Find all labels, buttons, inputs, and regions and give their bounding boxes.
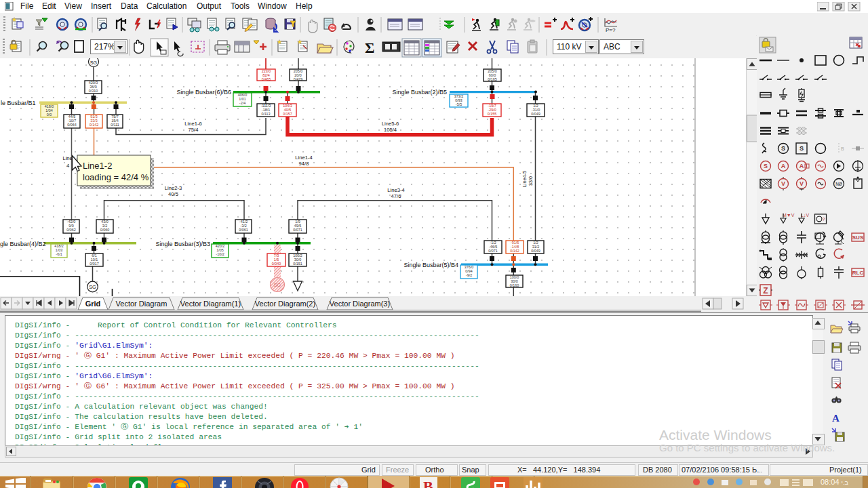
- svg-text:-9/2: -9/2: [466, 273, 472, 277]
- svg-text:33/0: 33/0: [528, 176, 534, 186]
- svg-text:0/060: 0/060: [100, 228, 110, 232]
- svg-text:Line2-3: Line2-3: [165, 185, 182, 191]
- svg-text:Vector Diagram(3): Vector Diagram(3): [330, 300, 390, 308]
- svg-text:le Busbar/B1: le Busbar/B1: [1, 100, 36, 106]
- svg-text:0/071: 0/071: [488, 249, 498, 253]
- svg-text:0/111: 0/111: [111, 123, 119, 127]
- svg-text:SUS: SUS: [852, 235, 864, 241]
- svg-text:B: B: [841, 146, 844, 151]
- svg-text:Σ: Σ: [365, 39, 374, 56]
- svg-text:Line1-4: Line1-4: [295, 155, 312, 161]
- svg-text:L↓V: L↓V: [801, 213, 809, 218]
- svg-text:-2/4: -2/4: [239, 101, 245, 105]
- svg-text:0/064: 0/064: [67, 123, 77, 127]
- svg-text:Line1-6: Line1-6: [184, 121, 201, 127]
- svg-text:S: S: [800, 145, 804, 152]
- svg-text:47/6: 47/6: [391, 193, 401, 199]
- svg-text:-6/1: -6/1: [56, 252, 62, 256]
- svg-text:0/0: 0/0: [47, 113, 52, 117]
- svg-text:Line1-2: Line1-2: [83, 161, 112, 171]
- svg-text:Line5-6: Line5-6: [382, 121, 399, 127]
- svg-text:-10/2: -10/2: [216, 252, 224, 256]
- svg-text:RLC: RLC: [852, 270, 864, 276]
- svg-text:0/049: 0/049: [531, 249, 540, 253]
- svg-text:Single Busbar(5)/B4: Single Busbar(5)/B4: [403, 262, 458, 268]
- svg-text:0/165: 0/165: [488, 77, 497, 81]
- svg-text:0/310: 0/310: [89, 89, 98, 93]
- svg-text:94/8: 94/8: [299, 161, 309, 167]
- svg-text:0/142: 0/142: [510, 249, 519, 253]
- svg-text:0/155: 0/155: [488, 112, 497, 116]
- svg-text:105/4: 105/4: [384, 127, 397, 133]
- svg-text:B: B: [423, 478, 433, 488]
- svg-text:0/157: 0/157: [283, 112, 292, 116]
- svg-text:0/151: 0/151: [293, 262, 302, 266]
- svg-text:S: S: [781, 145, 785, 152]
- svg-text:Vector Diagram(1): Vector Diagram(1): [180, 300, 241, 308]
- svg-text:0/142: 0/142: [90, 123, 99, 127]
- svg-text:Z: Z: [763, 286, 768, 296]
- svg-text:0/062: 0/062: [66, 228, 76, 232]
- svg-text:gle Busbar(4)/B2: gle Busbar(4)/B2: [0, 241, 46, 247]
- svg-text:0/017: 0/017: [90, 262, 99, 266]
- svg-text:0/071: 0/071: [293, 228, 302, 232]
- svg-text:A: A: [832, 413, 840, 424]
- svg-text:V: V: [800, 180, 804, 187]
- svg-text:Vector Diagram: Vector Diagram: [116, 300, 167, 308]
- svg-text:0/040: 0/040: [272, 262, 281, 266]
- svg-text:Single Busbar(3)/B3: Single Busbar(3)/B3: [155, 241, 210, 247]
- svg-text:loading = 42/4 %: loading = 42/4 %: [83, 172, 149, 182]
- svg-text:NØ: NØ: [835, 182, 842, 186]
- svg-text:P=?: P=?: [606, 27, 616, 33]
- svg-text:0/465: 0/465: [262, 77, 271, 81]
- svg-text:V: V: [781, 180, 785, 187]
- svg-text:M▼V: M▼V: [783, 213, 795, 218]
- svg-text:4: 4: [66, 163, 69, 169]
- svg-text:?: ?: [822, 216, 825, 222]
- svg-text:SG: SG: [274, 282, 281, 288]
- svg-text:A: A: [781, 163, 786, 169]
- svg-text:0/049: 0/049: [531, 112, 540, 116]
- svg-text:A: A: [800, 163, 804, 169]
- svg-text:SG: SG: [90, 60, 98, 66]
- svg-text:0/061: 0/061: [239, 228, 248, 232]
- svg-text:Line4-5: Line4-5: [521, 171, 528, 187]
- svg-text:75/4: 75/4: [189, 127, 199, 133]
- svg-text:-5/5: -5/5: [456, 102, 462, 106]
- svg-text:0/429: 0/429: [294, 77, 303, 81]
- svg-text:40/5: 40/5: [168, 191, 178, 197]
- svg-text:SG: SG: [89, 284, 96, 290]
- svg-text:Single Busbar(6)/B6: Single Busbar(6)/B6: [176, 89, 231, 96]
- svg-text:Single Busbar(2)/B5: Single Busbar(2)/B5: [392, 89, 447, 96]
- svg-text:Vector Diagram(2): Vector Diagram(2): [255, 300, 315, 308]
- svg-text:Grid: Grid: [85, 300, 101, 308]
- svg-text:Line3-4: Line3-4: [387, 187, 404, 193]
- svg-text:0/160: 0/160: [510, 283, 519, 287]
- svg-text:0/113: 0/113: [261, 112, 270, 116]
- svg-text:S: S: [764, 163, 768, 169]
